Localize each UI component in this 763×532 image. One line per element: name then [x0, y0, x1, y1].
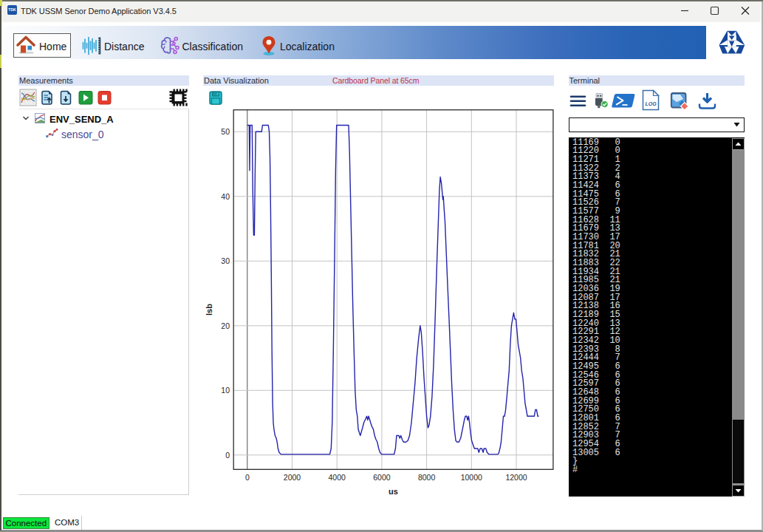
- svg-text:6000: 6000: [373, 473, 391, 482]
- svg-text:4000: 4000: [329, 473, 346, 482]
- svg-text:20: 20: [221, 321, 230, 330]
- svg-text:10: 10: [221, 386, 230, 395]
- svg-text:2000: 2000: [284, 473, 301, 482]
- svg-text:50: 50: [221, 127, 230, 136]
- svg-text:12000: 12000: [505, 473, 527, 482]
- svg-text:LOG: LOG: [645, 101, 657, 106]
- svg-text:0: 0: [225, 451, 230, 460]
- svg-text:10000: 10000: [461, 473, 482, 482]
- svg-text:0: 0: [245, 473, 250, 482]
- svg-text:lsb: lsb: [205, 304, 213, 316]
- svg-text:8000: 8000: [418, 473, 436, 482]
- svg-text:30: 30: [221, 256, 230, 265]
- svg-text:us: us: [389, 487, 398, 496]
- svg-text:40: 40: [221, 192, 230, 201]
